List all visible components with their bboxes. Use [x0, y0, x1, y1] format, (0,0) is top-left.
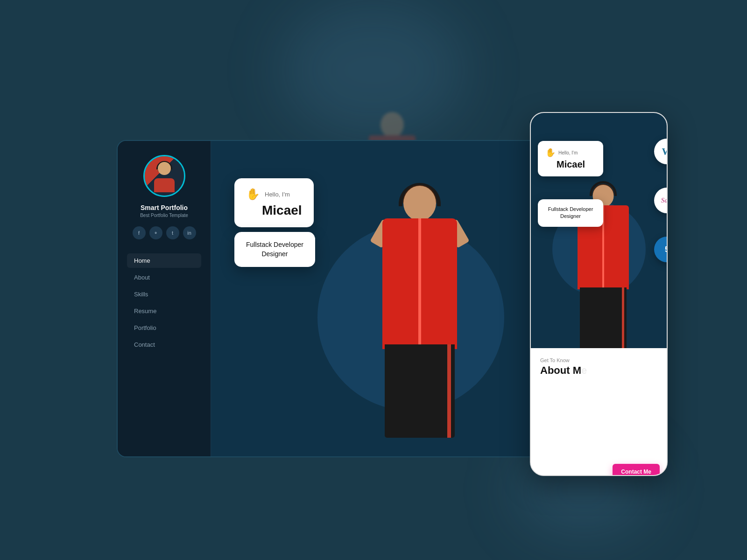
mobile-person-pants [580, 287, 627, 348]
mobile-wave-emoji-icon: ✋ [545, 147, 556, 158]
social-icons: f ⚬ t in [133, 226, 196, 239]
mobile-name: Micael [557, 159, 596, 170]
wordpress-badge: W [654, 139, 667, 164]
hello-prefix-text: Hello, I'm [265, 191, 290, 198]
nav-skills[interactable]: Skills [127, 287, 201, 301]
person-pants [385, 344, 455, 438]
sidebar: Smart Portfolio Best Portfolio Template … [118, 141, 211, 456]
nav-about[interactable]: About [127, 270, 201, 285]
mobile-bottom-section: Get To Know About Me Contact Me [531, 348, 667, 475]
mobile-title: Fullstack Developer Designer [545, 206, 596, 220]
css-badge: 5 [654, 237, 667, 262]
sidebar-subtitle: Best Portfolio Template [140, 213, 188, 218]
sass-icon: Sass [661, 197, 667, 204]
sass-badge: Sass [654, 188, 667, 213]
twitter-icon[interactable]: t [166, 226, 179, 239]
wave-emoji-icon: ✋ [246, 188, 260, 201]
mobile-hello-prefix: Hello, I'm [558, 150, 578, 155]
mobile-get-to-know-label: Get To Know [540, 357, 657, 363]
contact-me-button[interactable]: Contact Me [613, 464, 660, 476]
css5-icon: 5 [665, 245, 667, 254]
avatar [143, 155, 185, 197]
nav-resume[interactable]: Resume [127, 304, 201, 318]
person-jacket [382, 218, 457, 349]
sidebar-name: Smart Portfolio [141, 204, 188, 211]
instagram-icon[interactable]: ⚬ [149, 226, 162, 239]
mobile-title-card: Fullstack Developer Designer [538, 199, 603, 227]
linkedin-icon[interactable]: in [183, 226, 196, 239]
hero-title: Fullstack Developer Designer [246, 240, 303, 259]
avatar-body [154, 178, 175, 192]
hero-person [331, 153, 508, 456]
hero-name: Micael [262, 203, 302, 218]
mobile-about-me-label: About Me [540, 364, 657, 377]
nav-home[interactable]: Home [127, 253, 201, 268]
avatar-head [158, 162, 171, 175]
nav-portfolio[interactable]: Portfolio [127, 321, 201, 335]
title-card: Fullstack Developer Designer [234, 232, 315, 267]
mobile-mockup: ✋ Hello, I'm Micael Fullstack Developer … [530, 112, 668, 476]
main-container: Smart Portfolio Best Portfolio Template … [117, 112, 630, 448]
nav-contact[interactable]: Contact [127, 337, 201, 352]
mobile-hero-bg: ✋ Hello, I'm Micael Fullstack Developer … [531, 113, 667, 348]
nav-menu: Home About Skills Resume Portfolio Conta… [127, 253, 201, 352]
mobile-hello-card: ✋ Hello, I'm Micael [538, 141, 603, 176]
wordpress-icon: W [662, 146, 667, 158]
person-head [403, 186, 436, 221]
hello-card: ✋ Hello, I'm Micael [234, 178, 314, 227]
facebook-icon[interactable]: f [133, 226, 146, 239]
